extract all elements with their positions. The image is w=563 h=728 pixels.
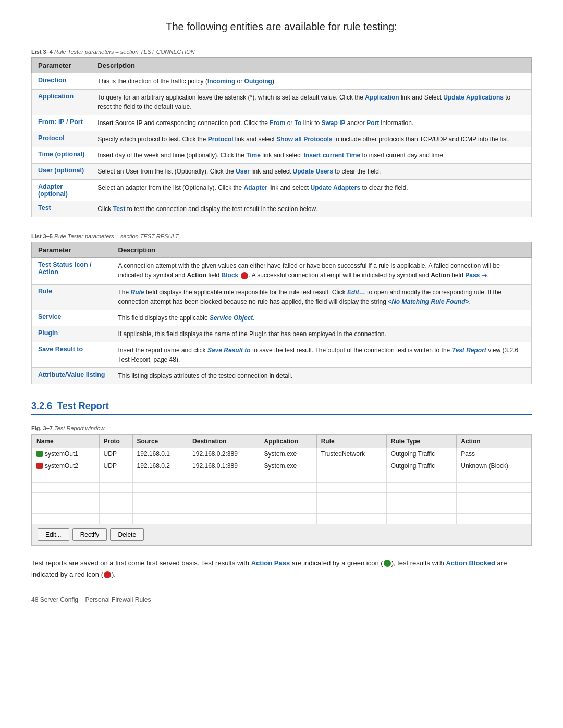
table-row: Protocol Specify which protocol to test.… [32,131,532,147]
page-title: The following entities are available for… [31,21,532,33]
table-row: Save Result to Insert the report name an… [32,342,532,367]
col-proto: Proto [99,435,132,448]
table1-header-desc: Description [91,58,532,73]
rectify-button[interactable]: Rectify [72,528,107,541]
action-blocked-link[interactable]: Action Blocked [446,559,495,567]
page-footer: 48 Server Config – Personal Firewall Rul… [31,596,532,603]
delete-button[interactable]: Delete [110,528,144,541]
table-row: PlugIn If applicable, this field display… [32,326,532,342]
table-row: User (optional) Select an User from the … [32,164,532,180]
table-row: Rule The Rule field displays the applica… [32,284,532,310]
col-name: Name [32,435,100,448]
red-icon [36,463,43,469]
report-table: Name Proto Source Destination Applicatio… [32,435,531,524]
empty-row [32,482,531,492]
green-icon [36,451,43,457]
list3-5-caption: List 3–5 Rule Tester parameters – sectio… [31,233,178,239]
col-action: Action [457,435,531,448]
col-rule: Rule [316,435,386,448]
edit-button[interactable]: Edit... [38,528,69,541]
table2-header-desc: Description [112,242,532,258]
empty-row [32,503,531,513]
report-table-container: Name Proto Source Destination Applicatio… [31,434,532,546]
block-icon-inline [104,571,111,578]
fig-caption: Fig. 3–7 Test Report window [31,425,104,431]
table-row: Service This field displays the applicab… [32,310,532,326]
empty-row [32,492,531,503]
table1-header-param: Parameter [32,58,91,73]
test-result-table: Parameter Description Test Status Icon /… [31,242,532,384]
col-destination: Destination [188,435,260,448]
table-row: Application To query for an arbitrary ap… [32,90,532,115]
section-heading-3-2-6: 3.2.6 Test Report [31,401,532,415]
test-connection-table: Parameter Description Direction This is … [31,57,532,217]
action-pass-link[interactable]: Action Pass [251,559,290,567]
report-table-row: systemOut1 UDP 192.168.0.1 192.168.0.2:3… [32,448,531,460]
table-row: Test Status Icon /Action A connection at… [32,258,532,285]
table-row: Time (optional) Insert day of the week a… [32,147,532,164]
report-buttons-bar: Edit... Rectify Delete [32,524,531,546]
table-row: Direction This is the direction of the t… [32,73,532,90]
empty-row [32,513,531,524]
pass-icon-inline [384,560,391,567]
table-row: Attribute/Value listing This listing dis… [32,367,532,384]
table-row: From: IP / Port Insert Source IP and cor… [32,115,532,131]
report-table-row: systemOut2 UDP 192.168.0.2 192.168.0.1:3… [32,460,531,472]
empty-row [32,472,531,482]
table-row: Test Click Test to test the connection a… [32,201,532,217]
col-application: Application [260,435,316,448]
bottom-description: Test reports are saved on a first come f… [31,558,532,581]
col-ruletype: Rule Type [386,435,456,448]
list3-4-caption: List 3–4 Rule Tester parameters – sectio… [31,48,195,55]
col-source: Source [132,435,188,448]
table-row: Adapter(optional) Select an adapter from… [32,180,532,201]
table2-header-param: Parameter [32,242,112,258]
